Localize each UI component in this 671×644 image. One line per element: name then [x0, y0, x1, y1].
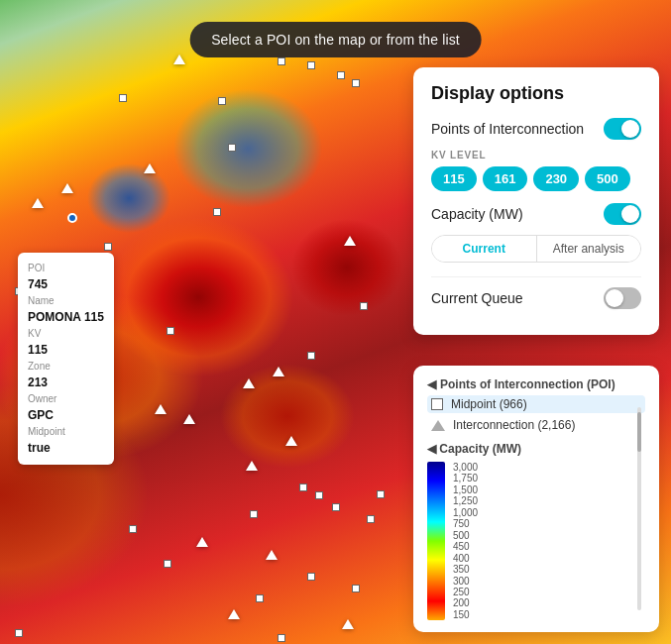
map-marker[interactable] — [129, 525, 137, 533]
poi-midpoint-value: true — [28, 439, 104, 457]
cap-label-250: 250 — [453, 587, 478, 597]
cap-label-400: 400 — [453, 553, 478, 564]
selected-poi-marker[interactable] — [67, 213, 77, 223]
map-marker[interactable] — [213, 208, 221, 216]
kv-button-161[interactable]: 161 — [483, 166, 528, 191]
map-marker[interactable] — [256, 594, 264, 602]
capacity-gradient-bar — [427, 462, 445, 620]
cap-label-450: 450 — [453, 541, 478, 552]
map-marker[interactable] — [144, 163, 156, 173]
map-marker[interactable] — [119, 94, 127, 102]
map-marker[interactable] — [352, 585, 360, 592]
capacity-label: Capacity (MW) — [431, 206, 523, 222]
map-marker[interactable] — [218, 97, 226, 105]
map-marker[interactable] — [307, 573, 315, 581]
map-marker[interactable] — [278, 57, 285, 65]
cap-label-3000: 3,000 — [453, 462, 478, 473]
map-marker[interactable] — [367, 515, 375, 523]
map-marker[interactable] — [15, 629, 23, 637]
map-marker[interactable] — [243, 378, 255, 388]
legend-scrollbar[interactable] — [637, 407, 641, 610]
kv-button-230[interactable]: 230 — [533, 166, 579, 191]
poi-owner-label: Owner — [28, 391, 104, 406]
poi-zone-label: Zone — [28, 359, 104, 374]
capacity-legend-section: ◀ Capacity (MW) 3,000 1,750 1,500 1,250 … — [427, 442, 645, 620]
points-of-interconnection-row: Points of Interconnection — [431, 118, 641, 140]
map-marker[interactable] — [173, 54, 185, 64]
midpoint-icon — [431, 398, 443, 410]
cap-label-200: 200 — [453, 597, 478, 608]
map-marker[interactable] — [104, 243, 112, 251]
map-marker[interactable] — [246, 461, 258, 471]
capacity-row: Capacity (MW) — [431, 203, 641, 225]
map-marker[interactable] — [273, 367, 284, 376]
map-marker[interactable] — [337, 71, 345, 79]
poi-zone-value: 213 — [28, 374, 104, 391]
points-toggle[interactable] — [604, 118, 641, 140]
interconnection-icon — [431, 420, 445, 431]
display-options-title: Display options — [431, 83, 641, 104]
map-marker[interactable] — [307, 61, 315, 69]
map-marker[interactable] — [285, 436, 297, 446]
poi-info-card: POI 745 Name POMONA 115 KV 115 Zone 213 … — [18, 253, 114, 465]
points-label: Points of Interconnection — [431, 121, 584, 137]
poi-legend-section: ◀ Points of Interconnection (POI) Midpoi… — [427, 377, 645, 434]
map-marker[interactable] — [332, 503, 340, 511]
cap-label-1500: 1,500 — [453, 484, 478, 495]
capacity-tabs: Current After analysis — [431, 235, 641, 263]
map-marker[interactable] — [155, 404, 167, 414]
map-marker[interactable] — [183, 414, 195, 424]
map-marker[interactable] — [342, 619, 354, 629]
cap-label-300: 300 — [453, 576, 478, 587]
current-queue-toggle[interactable] — [604, 287, 641, 309]
map-marker[interactable] — [164, 560, 171, 568]
poi-kv-label: KV — [28, 326, 104, 341]
map-marker[interactable] — [228, 144, 236, 152]
cap-label-1750: 1,750 — [453, 473, 478, 483]
map-marker[interactable] — [32, 198, 44, 208]
toggle-thumb — [621, 120, 639, 138]
legend-scrollbar-thumb[interactable] — [637, 412, 641, 452]
cap-label-150: 150 — [453, 609, 478, 620]
capacity-after-analysis-tab[interactable]: After analysis — [537, 236, 641, 262]
poi-name-label: Name — [28, 293, 104, 308]
cap-label-750: 750 — [453, 518, 478, 529]
map-marker[interactable] — [344, 236, 356, 246]
map-marker[interactable] — [315, 491, 323, 499]
capacity-bar-container: 3,000 1,750 1,500 1,250 1,000 750 500 45… — [427, 462, 645, 620]
current-queue-label: Current Queue — [431, 290, 523, 306]
map-marker[interactable] — [228, 609, 240, 619]
cap-label-500: 500 — [453, 530, 478, 541]
map-marker[interactable] — [250, 510, 258, 518]
display-options-panel: Display options Points of Interconnectio… — [413, 67, 659, 335]
legend-panel: ◀ Points of Interconnection (POI) Midpoi… — [413, 366, 659, 632]
map-marker[interactable] — [61, 183, 73, 193]
map-marker[interactable] — [167, 327, 174, 335]
kv-buttons-group: 115 161 230 500 — [431, 166, 641, 191]
map-marker[interactable] — [196, 537, 208, 547]
interconnection-legend-item: Interconnection (2,166) — [427, 416, 645, 434]
collapse-icon-2[interactable]: ◀ — [427, 442, 439, 456]
capacity-legend-title: ◀ Capacity (MW) — [427, 442, 645, 456]
poi-owner-value: GPC — [28, 406, 104, 424]
poi-legend-title: ◀ Points of Interconnection (POI) — [427, 377, 645, 391]
poi-kv-value: 115 — [28, 341, 104, 359]
map-marker[interactable] — [360, 302, 368, 310]
cap-label-1250: 1,250 — [453, 495, 478, 506]
kv-button-115[interactable]: 115 — [431, 166, 477, 191]
kv-button-500[interactable]: 500 — [585, 166, 630, 191]
midpoint-legend-item[interactable]: Midpoint (966) — [427, 395, 645, 413]
map-marker[interactable] — [307, 352, 315, 360]
map-marker[interactable] — [299, 483, 307, 491]
cap-label-1000: 1,000 — [453, 507, 478, 518]
map-marker[interactable] — [352, 79, 360, 87]
divider — [431, 276, 641, 277]
map-marker[interactable] — [278, 634, 285, 642]
capacity-current-tab[interactable]: Current — [432, 236, 537, 262]
poi-id-label: POI — [28, 261, 104, 275]
toggle-thumb-2 — [621, 205, 639, 223]
map-marker[interactable] — [266, 550, 278, 560]
map-marker[interactable] — [377, 490, 385, 498]
capacity-toggle[interactable] — [604, 203, 641, 225]
collapse-icon[interactable]: ◀ — [427, 377, 436, 391]
